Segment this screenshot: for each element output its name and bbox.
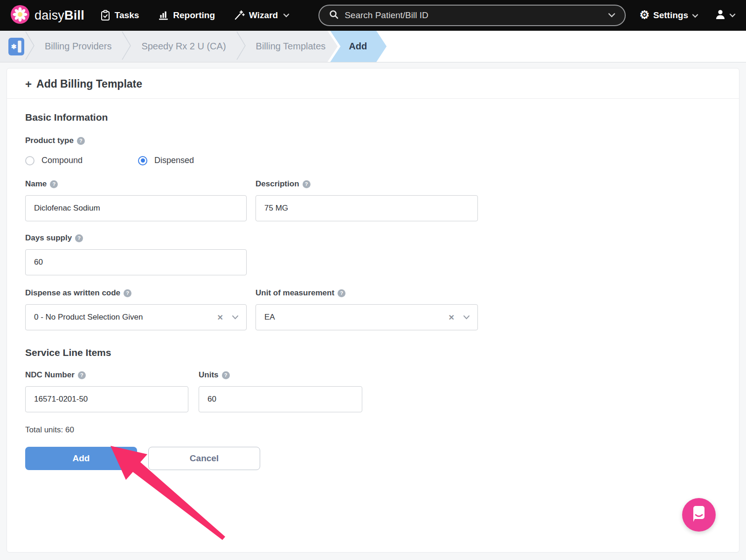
- nav-wizard[interactable]: Wizard: [234, 10, 290, 21]
- nav-wizard-label: Wizard: [249, 10, 278, 20]
- breadcrumb-trail: ✱ Billing Providers Speedy Rx 2 U (CA) B…: [0, 31, 338, 62]
- description-label: Description ?: [256, 179, 478, 189]
- uom-label-text: Unit of measurement: [256, 288, 334, 298]
- units-field[interactable]: [199, 386, 362, 412]
- asterisk-icon: ✱: [11, 43, 17, 50]
- name-label-text: Name: [25, 179, 47, 189]
- brand[interactable]: daisyBill: [10, 5, 84, 26]
- cancel-button[interactable]: Cancel: [148, 447, 260, 470]
- book-spine-icon: [18, 41, 21, 53]
- brand-name: daisyBill: [35, 8, 84, 23]
- uom-select[interactable]: EA ✕: [256, 304, 478, 330]
- help-icon[interactable]: ?: [75, 234, 83, 242]
- nav-tasks[interactable]: Tasks: [100, 10, 139, 21]
- gear-icon: ⚙: [640, 9, 650, 20]
- help-icon[interactable]: ?: [222, 371, 230, 379]
- add-billing-template-card: + Add Billing Template Basic Information…: [7, 68, 739, 553]
- help-icon[interactable]: ?: [77, 137, 85, 145]
- units-label: Units ?: [199, 370, 362, 380]
- nav-tasks-label: Tasks: [115, 10, 139, 20]
- settings-menu[interactable]: ⚙ Settings: [640, 10, 698, 21]
- breadcrumb-separator-icon: [24, 30, 35, 63]
- help-icon[interactable]: ?: [50, 180, 58, 188]
- breadcrumb-billing-providers[interactable]: Billing Providers: [45, 41, 111, 52]
- radio-unselected-icon[interactable]: [25, 156, 35, 165]
- section-basic-information: Basic Information: [25, 112, 721, 123]
- page-title: Add Billing Template: [36, 78, 142, 90]
- select-chevron-down-icon[interactable]: [232, 313, 239, 321]
- radio-dispensed-label: Dispensed: [154, 156, 194, 165]
- plus-icon: +: [25, 79, 32, 90]
- settings-chevron-down-icon: [692, 10, 698, 20]
- days-supply-label-text: Days supply: [25, 233, 72, 243]
- uom-value: EA: [264, 313, 449, 322]
- help-icon[interactable]: ?: [78, 371, 86, 379]
- breadcrumb-separator-icon: [121, 30, 132, 63]
- settings-label: Settings: [653, 10, 688, 20]
- daw-code-value: 0 - No Product Selection Given: [34, 313, 217, 322]
- daisybill-logo-icon: [10, 5, 30, 26]
- chat-bubble-icon: [690, 505, 708, 525]
- search-chevron-down-icon[interactable]: [608, 11, 615, 20]
- name-field[interactable]: [25, 195, 247, 221]
- description-field[interactable]: [256, 195, 478, 221]
- ndc-number-field[interactable]: [25, 386, 188, 412]
- breadcrumb-active-label: Add: [349, 41, 367, 52]
- search-input[interactable]: [345, 10, 602, 20]
- breadcrumb-billing-templates[interactable]: Billing Templates: [256, 41, 326, 52]
- nav-reporting-label: Reporting: [173, 10, 215, 20]
- user-avatar-icon: [714, 8, 726, 22]
- billing-provider-home-icon[interactable]: ✱: [8, 38, 24, 55]
- radio-compound[interactable]: Compound: [25, 156, 138, 165]
- product-type-radio-group: Compound Dispensed: [25, 156, 721, 165]
- wizard-wand-icon: [234, 10, 245, 21]
- daw-code-label-text: Dispense as written code: [25, 288, 120, 298]
- days-supply-label: Days supply ?: [25, 233, 247, 243]
- select-chevron-down-icon[interactable]: [463, 313, 470, 321]
- clear-icon[interactable]: ✕: [217, 313, 223, 322]
- global-search[interactable]: [318, 5, 625, 26]
- name-label: Name ?: [25, 179, 247, 189]
- search-icon: [329, 9, 339, 21]
- daw-code-select[interactable]: 0 - No Product Selection Given ✕: [25, 304, 247, 330]
- help-icon[interactable]: ?: [338, 289, 345, 297]
- breadcrumb-active-add: Add: [330, 31, 387, 62]
- nav-reporting[interactable]: Reporting: [158, 10, 215, 21]
- breadcrumb-separator-icon: [235, 30, 247, 63]
- description-label-text: Description: [256, 179, 299, 189]
- radio-dispensed[interactable]: Dispensed: [138, 156, 194, 165]
- product-type-label-text: Product type: [25, 136, 74, 145]
- units-label-text: Units: [199, 370, 219, 380]
- top-navbar: daisyBill Tasks Reporting: [0, 0, 746, 31]
- add-button[interactable]: Add: [25, 447, 137, 470]
- user-menu[interactable]: [714, 8, 736, 22]
- total-units-text: Total units: 60: [25, 425, 721, 435]
- uom-label: Unit of measurement ?: [256, 288, 478, 298]
- clear-icon[interactable]: ✕: [449, 313, 455, 322]
- user-chevron-down-icon: [729, 11, 736, 20]
- product-type-label: Product type ?: [25, 136, 721, 145]
- radio-selected-icon[interactable]: [138, 156, 147, 165]
- tasks-clipboard-icon: [100, 10, 111, 21]
- card-header: + Add Billing Template: [7, 68, 739, 99]
- help-icon[interactable]: ?: [303, 180, 311, 188]
- ndc-number-label-text: NDC Number: [25, 370, 75, 380]
- help-icon[interactable]: ?: [124, 289, 131, 297]
- ndc-number-label: NDC Number ?: [25, 370, 188, 380]
- breadcrumb-provider-name[interactable]: Speedy Rx 2 U (CA): [141, 41, 226, 52]
- days-supply-field[interactable]: [25, 249, 247, 275]
- section-service-line-items: Service Line Items: [25, 347, 721, 358]
- breadcrumb: ✱ Billing Providers Speedy Rx 2 U (CA) B…: [0, 31, 746, 62]
- radio-compound-label: Compound: [41, 156, 83, 165]
- daw-code-label: Dispense as written code ?: [25, 288, 247, 298]
- reporting-chart-icon: [158, 10, 169, 21]
- chevron-down-icon: [283, 13, 290, 18]
- chat-launcher-button[interactable]: [682, 498, 716, 532]
